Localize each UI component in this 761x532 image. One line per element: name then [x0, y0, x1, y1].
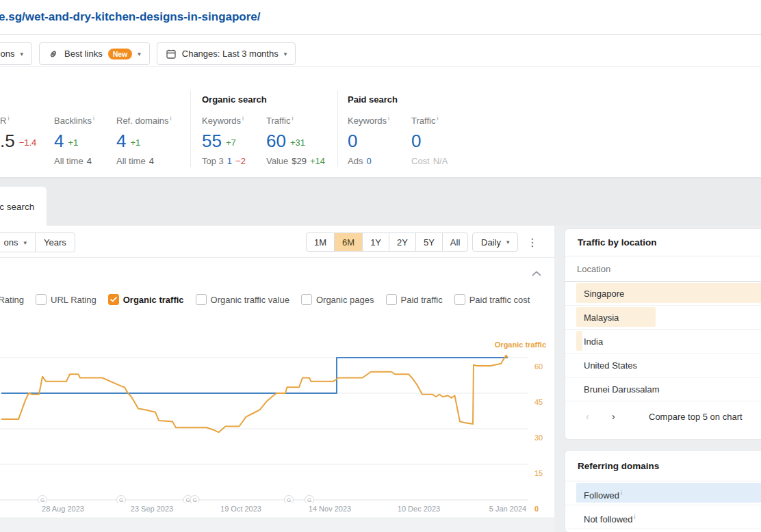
- best-links-label: Best links: [64, 49, 103, 59]
- best-links-button[interactable]: Best links New ▾: [39, 42, 150, 65]
- traffic-chart-svg: GGGGGG: [0, 334, 554, 503]
- chevron-down-icon: ▾: [506, 239, 510, 245]
- legend-checkbox-organic-traffic[interactable]: Organic traffic: [108, 294, 184, 305]
- info-superscript: i: [8, 115, 9, 122]
- info-superscript: i: [93, 115, 94, 122]
- x-axis-tick-label: 5 Jan 2024: [477, 505, 539, 513]
- info-superscript: i: [292, 115, 293, 122]
- checkbox-icon[interactable]: [196, 294, 207, 305]
- range-1y-button[interactable]: 1Y: [362, 232, 389, 252]
- granularity-dropdown[interactable]: Daily ▾: [472, 232, 518, 252]
- metric-value: 4: [116, 131, 126, 150]
- metric-delta: +1: [130, 137, 140, 150]
- metric-delta: +7: [226, 137, 236, 150]
- paid-search-section-title: Paid search: [348, 94, 398, 105]
- location-row-singapore[interactable]: Singapore: [565, 282, 761, 306]
- location-row-brunei-darussalam[interactable]: Brunei Darussalam: [565, 377, 761, 401]
- truncated-left-tab[interactable]: ons ▾: [0, 232, 36, 252]
- x-axis-tick-label: 10 Dec 2023: [388, 505, 450, 513]
- info-superscript: i: [437, 115, 438, 122]
- y-axis-tick-label: 45: [534, 398, 543, 406]
- y-axis-tick-label: 60: [534, 362, 543, 371]
- more-options-kebab-button[interactable]: ⋮: [524, 234, 541, 250]
- legend-checkbox-url-rating[interactable]: URL Rating: [36, 294, 96, 305]
- section-tab-strip: Organic search: [0, 178, 761, 226]
- info-superscript: i: [634, 514, 636, 520]
- x-axis-tick-label: 28 Aug 2023: [32, 505, 94, 513]
- traffic-chart-area[interactable]: GGGGGG Organic traffic 01530456028 Aug 2…: [0, 334, 554, 516]
- chevron-up-icon: [532, 271, 541, 276]
- location-row-india[interactable]: India: [565, 330, 761, 354]
- check-icon: [111, 297, 116, 302]
- checkbox-icon[interactable]: [301, 294, 312, 305]
- referring-row-not-followed[interactable]: Not followedi: [565, 505, 761, 529]
- divider: [337, 90, 338, 167]
- chevron-down-icon: ▾: [23, 239, 27, 246]
- legend-checkbox-domain-rating[interactable]: Domain Rating: [0, 294, 24, 305]
- location-row-united-states[interactable]: United States: [565, 354, 761, 377]
- range-2y-button[interactable]: 2Y: [389, 232, 416, 252]
- next-page-arrow[interactable]: ›: [612, 411, 628, 422]
- top-toolbar: ons ▾ Best links New ▾ Changes: Last 3 m…: [0, 42, 296, 65]
- metric-paid-keywords: Keywordsi 0 Ads0: [348, 115, 389, 166]
- checkbox-icon[interactable]: [36, 294, 47, 305]
- compare-top5-link[interactable]: Compare top 5 on chart: [649, 412, 743, 422]
- chart-series-label: Organic traffic: [495, 341, 546, 349]
- legend-checkbox-paid-traffic-cost[interactable]: Paid traffic cost: [454, 294, 530, 305]
- range-5y-button[interactable]: 5Y: [415, 232, 443, 252]
- checkbox-checked-icon[interactable]: [108, 294, 119, 305]
- calendar-icon: [166, 49, 177, 59]
- google-update-letter: G: [287, 497, 291, 503]
- changes-period-label: Changes: Last 3 months: [182, 49, 279, 59]
- google-update-letter: G: [192, 497, 196, 503]
- referring-domains-title: Referring domains: [565, 451, 761, 481]
- range-all-button[interactable]: All: [442, 232, 468, 252]
- divider: [0, 257, 554, 258]
- chevron-down-icon: ▾: [138, 51, 141, 57]
- chart-legend-checkboxes: Domain Rating URL Rating Organic traffic…: [0, 294, 530, 305]
- years-tab[interactable]: Years: [35, 232, 75, 252]
- legend-checkbox-organic-traffic-value[interactable]: Organic traffic value: [196, 294, 289, 305]
- legend-checkbox-organic-pages[interactable]: Organic pages: [301, 294, 374, 305]
- page-title-url: e.sg/wet-and-dry-kitchen-designs-in-sing…: [0, 10, 261, 24]
- legend-checkbox-paid-traffic[interactable]: Paid traffic: [386, 294, 443, 305]
- location-row-malaysia[interactable]: Malaysia: [565, 306, 761, 330]
- prev-page-arrow[interactable]: ‹: [586, 411, 602, 422]
- info-superscript: i: [621, 490, 622, 496]
- organic-search-section-title: Organic search: [202, 94, 267, 105]
- referring-domains-panel: Referring domains Followedi Not followed…: [565, 450, 761, 532]
- metric-backlinks: Backlinksi 4+1 All time4: [54, 115, 94, 166]
- chevron-down-icon: ▾: [20, 51, 23, 57]
- range-1m-button[interactable]: 1M: [306, 232, 335, 252]
- date-range-group: 1M 6M 1Y 2Y 5Y All: [306, 232, 468, 252]
- x-axis-tick-label: 14 Nov 2023: [299, 505, 361, 513]
- google-update-letter: G: [185, 497, 190, 503]
- metric-paid-traffic: Traffici 0 CostN/A: [411, 115, 448, 166]
- series-secondary-line: [1, 358, 508, 393]
- metric-ref-domains: Ref. domainsi 4+1 All time4: [116, 115, 172, 166]
- collapse-chart-button[interactable]: [530, 268, 543, 279]
- google-update-letter: G: [119, 497, 123, 503]
- checkbox-icon[interactable]: [386, 294, 397, 305]
- tab-organic-search[interactable]: Organic search: [0, 187, 47, 226]
- performance-chart-panel: ons ▾ Years 1M 6M 1Y 2Y 5Y All Daily ▾ ⋮…: [0, 226, 554, 518]
- metrics-summary: Organic search Paid search Ri .5−1.4 Bac…: [0, 68, 761, 178]
- location-pagination: ‹ › Compare top 5 on chart: [565, 401, 761, 431]
- traffic-by-location-panel: Traffic by location Location Singapore M…: [565, 228, 761, 440]
- checkbox-icon[interactable]: [454, 294, 465, 305]
- new-badge: New: [108, 49, 133, 59]
- referring-row-followed[interactable]: Followedi: [565, 481, 761, 505]
- chevron-down-icon: ▾: [284, 51, 287, 57]
- range-6m-button[interactable]: 6M: [334, 232, 363, 252]
- metric-value: 60: [266, 131, 286, 150]
- metric-value: .5: [0, 131, 15, 150]
- info-superscript: i: [242, 115, 244, 122]
- truncated-dropdown-button[interactable]: ons ▾: [0, 42, 32, 65]
- toolbar-divider: [0, 66, 761, 67]
- x-axis-tick-label: 23 Sep 2023: [121, 505, 183, 513]
- metric-value: 55: [202, 131, 222, 150]
- metric-delta: −1.4: [19, 137, 37, 150]
- traffic-by-location-title: Traffic by location: [565, 229, 761, 256]
- page-background-bottom: [0, 518, 554, 532]
- changes-period-button[interactable]: Changes: Last 3 months ▾: [157, 42, 296, 65]
